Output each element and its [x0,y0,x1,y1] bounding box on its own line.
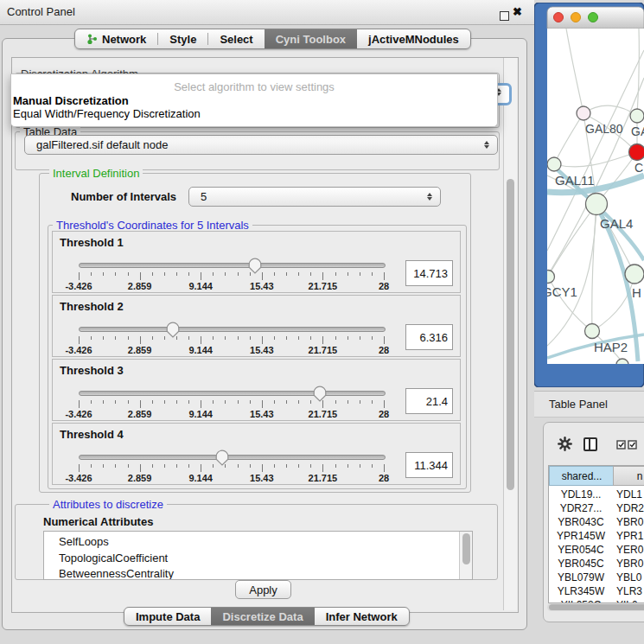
tab-style[interactable]: Style [158,29,207,48]
tick-label: 21.715 [298,281,347,291]
table-cell[interactable]: YDR2 [613,501,644,515]
table-cell[interactable]: YDL1 [613,488,644,501]
tab-label: Discretize Data [222,610,303,623]
attribute-item-betweennesscentrality[interactable]: BetweennessCentrality [59,567,174,580]
table-cell[interactable]: YDR27... [549,501,613,515]
combo-spinner-icon [427,193,432,201]
tab-cyni-toolbox[interactable]: Cyni Toolbox [265,29,357,48]
apply-button[interactable]: Apply [235,580,291,599]
window-title: Control Panel [7,5,75,18]
table-cell[interactable]: YPR1 [613,529,644,543]
tab-infer-network[interactable]: Infer Network [315,608,409,625]
network-node[interactable] [586,194,608,215]
algorithm-dropdown: Select algorithm to view settings Manual… [10,73,498,127]
table-cell[interactable]: YBR0 [613,515,644,529]
table-cell[interactable]: YBR045C [549,557,613,571]
checkbox-icon[interactable] [616,440,626,450]
checkbox-icon[interactable] [628,440,637,450]
threshold-label: Threshold 4 [60,428,124,441]
tab-impute-data[interactable]: Impute Data [124,608,211,625]
tick-label: 28 [360,473,408,483]
network-view-window[interactable]: GAL80GACGAL11GAL4GCY1HHAP2 [534,3,644,387]
numerical-attributes-list[interactable]: SelfLoopsTopologicalCoefficientBetweenne… [43,531,473,580]
network-node[interactable] [547,157,561,171]
table-panel-title: Table Panel [549,398,608,411]
network-node[interactable] [585,324,600,339]
column-header-n[interactable]: n [613,466,644,486]
node-label: GCY1 [542,284,577,299]
network-node[interactable] [630,109,644,123]
slider-thumb[interactable] [248,258,262,274]
tab-label: Infer Network [326,610,398,623]
combo-spinner-icon [484,141,489,149]
attribute-item-selfloops[interactable]: SelfLoops [59,535,109,548]
tick-label: 21.715 [298,345,347,355]
threshold-value-field[interactable]: 6.316 [405,324,453,350]
algorithm-option-equal-width-frequency-discretization[interactable]: Equal Width/Frequency Discretization [13,107,201,120]
bottom-tab-bar: Impute DataDiscretize DataInfer Network [124,607,410,626]
tick-label: 9.144 [176,345,225,355]
tick-label: 9.144 [176,281,225,291]
table-cell[interactable]: YPR145W [549,529,613,543]
tick-label: 2.859 [116,473,164,483]
number-of-intervals-combo[interactable]: 5 [188,187,441,207]
algorithm-option-manual-discretization[interactable]: Manual Discretization [13,94,129,107]
slider-track[interactable] [79,263,386,268]
table-cell[interactable]: YBR0 [613,557,644,571]
tick-label: 9.144 [176,473,225,483]
slider-track[interactable] [79,327,386,332]
tab-label: Network [102,33,146,46]
close-icon[interactable]: ✖ [513,5,522,18]
attribute-item-topologicalcoefficient[interactable]: TopologicalCoefficient [59,552,168,564]
tab-label: jActiveMNodules [368,33,459,46]
tick-label: 2.859 [116,409,164,419]
tick-label: 15.43 [238,409,286,419]
slider-track[interactable] [79,455,386,460]
list-scrollbar[interactable] [459,532,472,579]
table-cell[interactable]: YLR3 [613,584,644,598]
table-h-scrollbar[interactable] [547,603,644,611]
threshold-value-field[interactable]: 11.344 [405,452,453,478]
numerical-attributes-label: Numerical Attributes [43,515,153,528]
tick-label: -3.426 [54,345,103,355]
tab-network[interactable]: Network [75,29,157,48]
mac-close-button [554,13,564,22]
network-node[interactable] [577,106,590,120]
slider-track[interactable] [79,391,386,396]
node-label: H [632,285,641,300]
table-cell[interactable]: YDL19... [549,488,613,501]
table-cell[interactable]: YLR345W [549,584,613,598]
node-label: GA [631,124,644,138]
threshold-value-field[interactable]: 14.713 [405,260,453,286]
column-header-shared-[interactable]: shared... [549,466,615,486]
table-cell[interactable]: YER054C [549,543,613,557]
node-label: C [634,161,643,175]
slider-thumb[interactable] [313,386,327,402]
tick-label: 28 [360,345,408,355]
tab-select[interactable]: Select [208,29,264,48]
float-window-icon[interactable] [500,11,509,21]
network-node[interactable] [629,144,644,161]
table-data-combo[interactable]: galFiltered.sif default node [24,135,498,155]
slider-thumb[interactable] [166,322,180,338]
threshold-label: Threshold 2 [60,300,124,313]
node-table: shared...n YDL19...YDL1YDR27...YDR2YBR04… [548,465,644,603]
table-panel-titlebar: Table Panel [534,391,644,418]
control-panel-scrollbar[interactable] [503,58,517,610]
threshold-value-field[interactable]: 21.4 [405,388,453,414]
table-cell[interactable]: YER0 [613,543,644,557]
slider-thumb[interactable] [215,450,229,466]
mac-zoom-button [589,13,598,22]
tick-label: 9.144 [176,409,225,419]
table-cell[interactable]: YBL0 [613,571,644,584]
algorithm-prompt: Select algorithm to view settings [11,80,497,93]
table-cell[interactable]: YBR043C [549,515,613,529]
column-selector-icon[interactable] [583,437,597,451]
table-cell[interactable]: YBL079W [549,571,613,584]
tab-discretize-data[interactable]: Discretize Data [211,608,314,625]
network-node[interactable] [625,265,644,284]
interval-definition-label: Interval Definition [49,167,143,180]
tick-label: 21.715 [298,409,347,419]
gear-icon[interactable] [558,437,572,451]
tab-jactivemnodules[interactable]: jActiveMNodules [357,29,470,48]
